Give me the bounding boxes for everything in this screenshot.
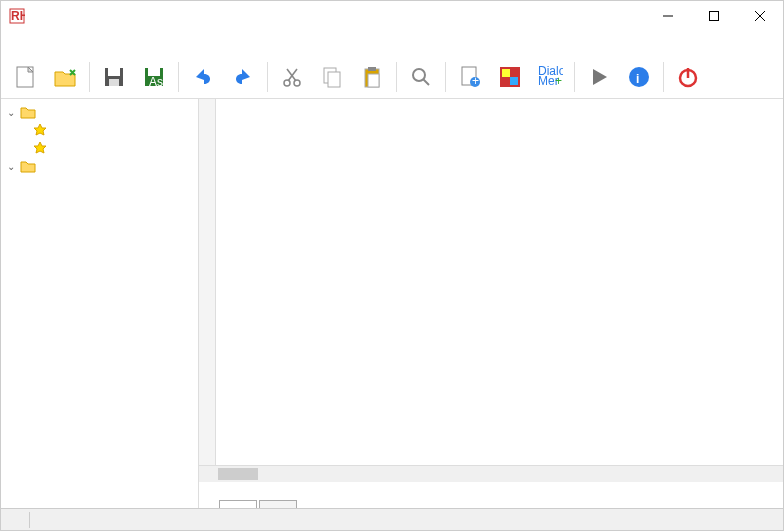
code-view[interactable] — [199, 99, 783, 465]
tree-leaf[interactable] — [1, 139, 198, 157]
horizontal-scrollbar[interactable] — [199, 465, 783, 482]
save-button[interactable] — [96, 59, 132, 95]
saveas-button[interactable]: As — [136, 59, 172, 95]
resource-tree[interactable]: ⌄ ⌄ — [1, 99, 199, 508]
svg-line-23 — [423, 79, 429, 85]
close-button[interactable] — [737, 1, 783, 31]
tree-leaf[interactable] — [1, 121, 198, 139]
minimize-button[interactable] — [645, 1, 691, 31]
svg-rect-28 — [502, 69, 510, 77]
line-gutter — [199, 99, 216, 465]
charset-value — [755, 41, 775, 45]
menu-view[interactable] — [45, 41, 61, 45]
undo-button[interactable] — [185, 59, 221, 95]
menu-action[interactable] — [63, 41, 79, 45]
menu-help[interactable] — [81, 41, 97, 45]
app-icon: RH — [9, 8, 25, 24]
charset-label — [733, 41, 753, 45]
redo-button[interactable] — [225, 59, 261, 95]
svg-rect-9 — [109, 79, 119, 86]
paste-button[interactable] — [354, 59, 390, 95]
cut-button[interactable] — [274, 59, 310, 95]
play-button[interactable] — [581, 59, 617, 95]
main-area: ⌄ ⌄ — [1, 99, 783, 508]
menubar — [1, 31, 783, 55]
svg-rect-21 — [368, 74, 379, 87]
dialog-button[interactable]: DialogMer+ — [532, 59, 568, 95]
titlebar: RH — [1, 1, 783, 31]
folder-icon — [20, 104, 36, 120]
toolbar: As + DialogMer+ i — [1, 55, 783, 99]
add-resource-button[interactable]: + — [452, 59, 488, 95]
open-button[interactable] — [47, 59, 83, 95]
info-button[interactable]: i — [621, 59, 657, 95]
svg-point-13 — [284, 80, 290, 86]
menu-edit[interactable] — [27, 41, 43, 45]
menu-file[interactable] — [9, 41, 25, 45]
compile-button[interactable] — [492, 59, 528, 95]
code-lines[interactable] — [216, 99, 228, 465]
copy-button[interactable] — [314, 59, 350, 95]
svg-rect-3 — [710, 12, 719, 21]
tree-node-stringtable[interactable]: ⌄ — [1, 157, 198, 175]
svg-rect-20 — [368, 67, 376, 71]
svg-text:As: As — [149, 75, 163, 89]
search-button[interactable] — [403, 59, 439, 95]
svg-line-16 — [287, 69, 296, 81]
svg-text:+: + — [555, 74, 562, 88]
new-button[interactable] — [7, 59, 43, 95]
svg-line-15 — [288, 69, 297, 81]
power-button[interactable] — [670, 59, 706, 95]
star-icon — [32, 140, 48, 156]
svg-text:i: i — [636, 72, 639, 86]
svg-rect-29 — [510, 77, 518, 85]
star-icon — [32, 122, 48, 138]
svg-text:+: + — [472, 74, 479, 88]
folder-icon — [20, 158, 36, 174]
svg-rect-8 — [108, 68, 120, 76]
svg-point-14 — [294, 80, 300, 86]
tab-editor-view[interactable] — [219, 500, 257, 508]
maximize-button[interactable] — [691, 1, 737, 31]
statusbar — [1, 508, 783, 530]
editor-pane — [199, 99, 783, 508]
tab-binary-view[interactable] — [259, 500, 297, 508]
svg-rect-18 — [328, 72, 340, 87]
tree-node-dialog[interactable]: ⌄ — [1, 103, 198, 121]
view-tabs — [199, 482, 783, 508]
svg-text:RH: RH — [11, 9, 25, 23]
